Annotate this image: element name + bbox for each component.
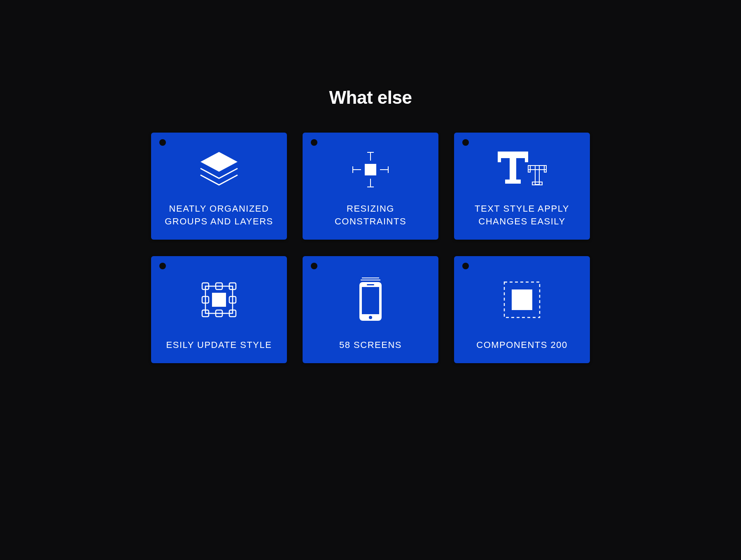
feature-label: ESILY UPDATE STYLE [166, 339, 272, 352]
feature-grid: NEATLY ORGANIZED GROUPS AND LAYERS [151, 133, 590, 363]
card-dot [311, 263, 317, 269]
svg-rect-12 [525, 152, 528, 162]
feature-card-layers: NEATLY ORGANIZED GROUPS AND LAYERS [151, 133, 287, 240]
feature-label: 58 SCREENS [339, 339, 402, 352]
component-icon [454, 256, 590, 339]
layers-icon [151, 133, 287, 203]
resize-icon [303, 133, 438, 203]
feature-card-components: COMPONENTS 200 [454, 256, 590, 363]
svg-rect-37 [512, 289, 532, 310]
svg-rect-33 [362, 287, 379, 314]
svg-rect-13 [510, 152, 516, 182]
card-dot [462, 263, 469, 269]
style-edit-icon [151, 256, 287, 339]
feature-card-resize: RESIZING CONSTRAINTS [303, 133, 438, 240]
feature-section: What else NEATLY ORGANIZED GROUPS AND LA… [111, 82, 630, 478]
svg-point-35 [369, 316, 372, 319]
feature-card-text-style: TEXT STYLE APPLY CHANGES EASILY [454, 133, 590, 240]
card-dot [159, 139, 166, 146]
svg-rect-17 [544, 166, 546, 172]
feature-card-screens: 58 SCREENS [303, 256, 438, 363]
card-dot [159, 263, 166, 269]
svg-rect-34 [367, 284, 374, 285]
svg-rect-15 [528, 166, 546, 170]
svg-rect-1 [365, 164, 376, 175]
feature-label: NEATLY ORGANIZED GROUPS AND LAYERS [165, 203, 273, 228]
section-title: What else [329, 87, 412, 108]
card-dot [311, 139, 317, 146]
card-dot [462, 139, 469, 146]
svg-rect-11 [498, 152, 501, 162]
feature-label: TEXT STYLE APPLY CHANGES EASILY [475, 203, 569, 228]
svg-rect-21 [212, 293, 226, 307]
feature-card-update-style: ESILY UPDATE STYLE [151, 256, 287, 363]
svg-marker-0 [200, 152, 238, 172]
feature-label: RESIZING CONSTRAINTS [335, 203, 406, 228]
feature-label: COMPONENTS 200 [476, 339, 568, 352]
text-style-icon [454, 133, 590, 203]
svg-rect-16 [528, 166, 530, 172]
svg-rect-14 [505, 180, 521, 184]
phone-icon [303, 256, 438, 339]
